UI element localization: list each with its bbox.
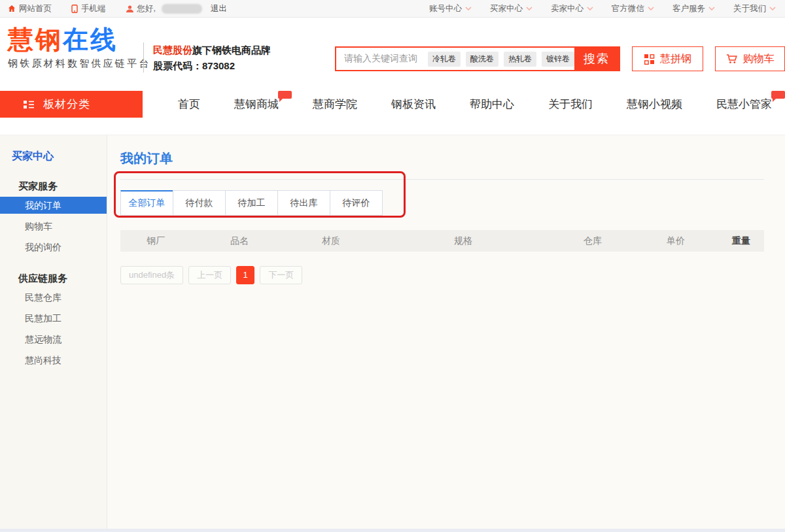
logo-text-blue: 在线 [63, 25, 118, 54]
column-header-unit-price: 单价 [633, 235, 718, 247]
search-hot-tag-pickled[interactable]: 酸洗卷 [466, 52, 498, 67]
new-badge-icon [278, 91, 292, 99]
logo-tagline: 钢铁原材料数智供应链平台 [8, 58, 150, 70]
search-box[interactable]: 请输入关键词查询 冷轧卷 酸洗卷 热轧卷 镀锌卷 搜索 [335, 46, 620, 71]
topbar: 网站首页 手机端 您好, 退出 账号中心 买家中心 卖家中心 官方微信 [0, 0, 785, 18]
tab-all-orders[interactable]: 全部订单 [120, 190, 173, 216]
chevron-down-icon [769, 7, 776, 10]
order-tabs: 全部订单 待付款 待加工 待出库 待评价 [120, 190, 764, 216]
cart-label: 购物车 [743, 52, 775, 66]
logo-text-red: 慧钢 [8, 25, 63, 54]
logo-divider [143, 42, 144, 73]
list-icon [24, 100, 34, 109]
mobile-label: 手机端 [81, 3, 106, 14]
pin-steel-label: 慧拼钢 [660, 52, 691, 66]
tab-pending-processing[interactable]: 待加工 [225, 190, 278, 216]
sidebar-title: 买家中心 [12, 150, 107, 163]
menu-label: 官方微信 [612, 3, 644, 14]
chevron-down-icon [526, 7, 532, 10]
pagination-prev-button[interactable]: 上一页 [188, 266, 231, 284]
menu-account-center[interactable]: 账号中心 [429, 3, 472, 14]
nav-item-academy[interactable]: 慧商学院 [296, 97, 374, 112]
menu-about-us[interactable]: 关于我们 [733, 3, 776, 14]
search-hot-tag-galvanized[interactable]: 镀锌卷 [542, 52, 574, 67]
content-area: 买家中心 买家服务 我的订单 购物车 我的询价 供应链服务 民慧仓库 民慧加工 … [0, 135, 785, 529]
grid-icon [644, 54, 655, 65]
sidebar-group-buyer-services: 买家服务 [18, 180, 107, 193]
search-hot-tag-hot-rolled[interactable]: 热轧卷 [504, 52, 536, 67]
menu-label: 买家中心 [490, 3, 523, 14]
sidebar-item-my-inquiry[interactable]: 我的询价 [0, 239, 107, 256]
cart-icon [726, 54, 738, 64]
search-input[interactable]: 请输入关键词查询 [344, 53, 417, 65]
greeting-label: 您好, [137, 3, 156, 14]
phone-icon [71, 5, 78, 13]
home-icon [8, 5, 16, 12]
new-badge-icon [771, 91, 785, 99]
menu-buyer-center[interactable]: 买家中心 [490, 3, 532, 14]
menu-customer-service[interactable]: 客户服务 [672, 3, 715, 14]
nav-item-about-us[interactable]: 关于我们 [531, 97, 610, 112]
nav-item-short-video[interactable]: 慧钢小视频 [610, 97, 699, 112]
site-home-link[interactable]: 网站首页 [8, 3, 52, 14]
cart-button[interactable]: 购物车 [715, 46, 785, 71]
sidebar-group-supply-chain: 供应链服务 [18, 273, 107, 285]
nav-item-news[interactable]: 钢板资讯 [374, 97, 453, 112]
tabs-divider [120, 179, 764, 180]
logo[interactable]: 慧钢在线 钢铁原材料数智供应链平台 [8, 25, 150, 70]
search-button[interactable]: 搜索 [574, 48, 619, 70]
sidebar-item-my-orders[interactable]: 我的订单 [0, 197, 107, 214]
brand-company-name: 民慧股份 [153, 44, 192, 56]
menu-label: 账号中心 [429, 3, 462, 14]
footer-strip [0, 529, 785, 532]
column-header-spec: 规格 [374, 235, 552, 247]
pagination-page-1[interactable]: 1 [236, 266, 254, 284]
pin-steel-button[interactable]: 慧拼钢 [632, 46, 703, 71]
pagination-total: undefined条 [120, 266, 183, 284]
column-header-material: 材质 [288, 235, 374, 247]
mobile-link[interactable]: 手机端 [71, 3, 106, 14]
pagination-next-button[interactable]: 下一页 [260, 266, 302, 284]
column-header-weight: 重量 [718, 235, 764, 247]
menu-seller-center[interactable]: 卖家中心 [551, 3, 593, 14]
tab-pending-payment[interactable]: 待付款 [173, 190, 226, 216]
sidebar: 买家中心 买家服务 我的订单 购物车 我的询价 供应链服务 民慧仓库 民慧加工 … [0, 135, 107, 529]
sidebar-item-technology[interactable]: 慧尚科技 [0, 352, 107, 369]
menu-label: 客户服务 [672, 3, 705, 14]
orders-table-header: 钢厂 品名 材质 规格 仓库 单价 重量 [120, 230, 764, 252]
menu-label: 卖家中心 [551, 3, 584, 14]
chevron-down-icon [708, 7, 715, 10]
tab-pending-review[interactable]: 待评价 [330, 190, 383, 216]
sidebar-item-cart[interactable]: 购物车 [0, 218, 107, 235]
nav-item-home[interactable]: 首页 [161, 97, 217, 112]
main-panel: 我的订单 全部订单 待付款 待加工 待出库 待评价 钢厂 品名 材质 规格 仓库… [107, 135, 785, 529]
nav-item-help-center[interactable]: 帮助中心 [453, 97, 531, 112]
user-icon [126, 5, 134, 13]
header: 慧钢在线 钢铁原材料数智供应链平台 民慧股份旗下钢铁电商品牌 股票代码：8730… [0, 18, 785, 88]
nav-item-mall[interactable]: 慧钢商城 [217, 97, 296, 112]
page-title: 我的订单 [120, 150, 764, 167]
category-label: 板材分类 [43, 97, 90, 112]
category-button[interactable]: 板材分类 [0, 91, 143, 118]
brand-suffix: 旗下钢铁电商品牌 [192, 44, 271, 56]
user-greeting: 您好, 退出 [126, 3, 227, 14]
menu-official-wechat[interactable]: 官方微信 [612, 3, 654, 14]
column-header-warehouse: 仓库 [552, 235, 633, 247]
pagination: undefined条 上一页 1 下一页 [120, 266, 764, 284]
nav-item-assistant[interactable]: 民慧小管家 [699, 97, 785, 112]
stock-code: 股票代码：873082 [153, 59, 271, 73]
sidebar-item-warehouse[interactable]: 民慧仓库 [0, 289, 107, 306]
search-hot-tag-cold-rolled[interactable]: 冷轧卷 [428, 52, 461, 67]
column-header-mill: 钢厂 [120, 235, 191, 247]
username-redacted [162, 4, 202, 14]
sidebar-item-logistics[interactable]: 慧远物流 [0, 331, 107, 348]
chevron-down-icon [587, 7, 593, 10]
tab-pending-outbound[interactable]: 待出库 [277, 190, 330, 216]
chevron-down-icon [465, 7, 472, 10]
sidebar-item-processing[interactable]: 民慧加工 [0, 310, 107, 327]
logout-link[interactable]: 退出 [211, 3, 227, 14]
nav-item-label: 慧钢商城 [234, 98, 279, 110]
site-home-label: 网站首页 [19, 3, 52, 14]
menu-label: 关于我们 [733, 3, 766, 14]
brand-info: 民慧股份旗下钢铁电商品牌 股票代码：873082 [153, 44, 271, 73]
